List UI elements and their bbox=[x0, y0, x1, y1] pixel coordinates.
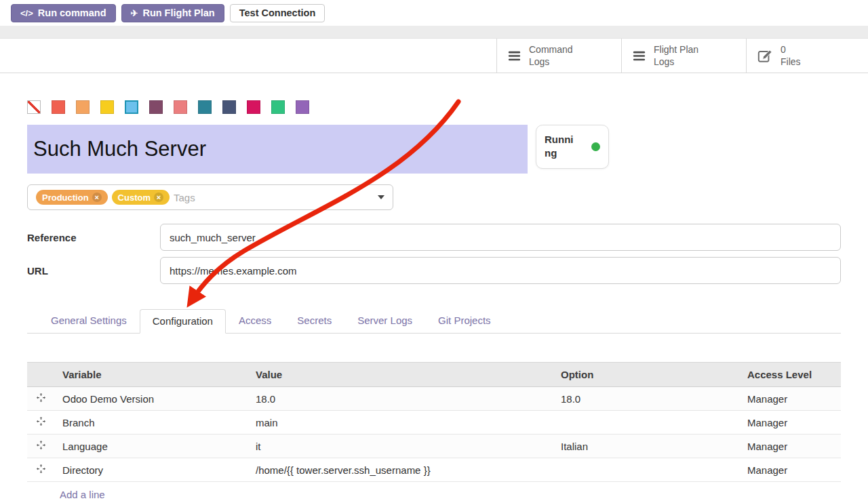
column-header-access-level: Access Level bbox=[739, 363, 841, 387]
color-swatch-cyan-selected[interactable] bbox=[125, 100, 138, 114]
cell-option[interactable]: Italian bbox=[553, 435, 739, 458]
table-row[interactable]: Odoo Demo Version 18.0 18.0 Manager bbox=[27, 387, 841, 411]
drag-handle-icon[interactable] bbox=[27, 458, 54, 482]
server-name-field[interactable]: Such Much Server bbox=[27, 125, 528, 174]
reference-label: Reference bbox=[27, 232, 160, 243]
run-command-label: Run command bbox=[38, 7, 106, 18]
run-command-button[interactable]: </> Run command bbox=[11, 4, 116, 22]
cell-option[interactable]: 18.0 bbox=[553, 387, 739, 411]
code-icon: </> bbox=[20, 8, 33, 18]
table-row[interactable]: Directory /home/{{ tower.server.ssh_user… bbox=[27, 458, 841, 482]
color-swatch-navy[interactable] bbox=[222, 100, 236, 114]
color-swatch-none[interactable] bbox=[27, 100, 41, 114]
cell-option[interactable] bbox=[553, 411, 739, 435]
notebook-tabs: General Settings Configuration Access Se… bbox=[27, 308, 841, 334]
smart-button-row: Command Logs Flight Plan Logs 0 Files bbox=[0, 39, 868, 73]
status-dot-icon bbox=[591, 142, 600, 151]
tab-server-logs[interactable]: Server Logs bbox=[344, 308, 425, 333]
color-swatch-salmon[interactable] bbox=[174, 100, 187, 114]
list-icon bbox=[507, 48, 522, 64]
tags-placeholder: Tags bbox=[174, 192, 195, 203]
dropdown-caret-icon[interactable] bbox=[378, 195, 384, 199]
cell-variable[interactable]: Language bbox=[54, 435, 248, 458]
flight-plan-logs-button[interactable]: Flight Plan Logs bbox=[621, 39, 746, 73]
cell-option[interactable] bbox=[553, 458, 739, 482]
cell-access[interactable]: Manager bbox=[739, 387, 841, 411]
tab-access[interactable]: Access bbox=[226, 308, 284, 333]
column-header-value: Value bbox=[248, 363, 553, 387]
list-icon bbox=[631, 48, 647, 64]
status-label: Running bbox=[545, 133, 574, 161]
tab-configuration[interactable]: Configuration bbox=[140, 309, 226, 334]
tag-production[interactable]: Production × bbox=[36, 190, 108, 205]
plane-icon: ✈ bbox=[131, 8, 138, 18]
test-connection-button[interactable]: Test Connection bbox=[230, 4, 326, 22]
cell-value[interactable]: 18.0 bbox=[248, 387, 553, 411]
cell-access[interactable]: Manager bbox=[739, 458, 841, 482]
color-swatch-magenta[interactable] bbox=[247, 100, 260, 114]
tab-git-projects[interactable]: Git Projects bbox=[425, 308, 504, 333]
edit-icon bbox=[756, 47, 774, 64]
cell-value[interactable]: main bbox=[248, 411, 553, 435]
status-indicator[interactable]: Running bbox=[536, 125, 609, 169]
cell-access[interactable]: Manager bbox=[739, 411, 841, 435]
files-button[interactable]: 0 Files bbox=[746, 39, 868, 73]
color-swatch-teal[interactable] bbox=[198, 100, 212, 114]
command-logs-button[interactable]: Command Logs bbox=[496, 39, 621, 73]
command-logs-label: Command Logs bbox=[529, 43, 573, 68]
remove-tag-icon[interactable]: × bbox=[154, 193, 163, 202]
action-bar: </> Run command ✈ Run Flight Plan Test C… bbox=[0, 0, 868, 26]
color-swatch-purple[interactable] bbox=[296, 100, 309, 114]
tab-general-settings[interactable]: General Settings bbox=[38, 308, 140, 333]
table-row[interactable]: Branch main Manager bbox=[27, 411, 841, 435]
tags-input[interactable]: Production × Custom × Tags bbox=[27, 184, 393, 210]
variables-table: Variable Value Option Access Level Odoo … bbox=[27, 362, 841, 482]
drag-handle-icon[interactable] bbox=[27, 435, 54, 458]
column-header-option: Option bbox=[553, 363, 739, 387]
window-separator bbox=[0, 26, 868, 39]
reference-input[interactable] bbox=[160, 224, 841, 251]
drag-handle-icon[interactable] bbox=[27, 387, 54, 411]
server-form: Such Much Server Running Production × Cu… bbox=[0, 100, 868, 503]
cell-variable[interactable]: Branch bbox=[54, 411, 248, 435]
table-header-row: Variable Value Option Access Level bbox=[27, 363, 841, 387]
run-flight-plan-label: Run Flight Plan bbox=[142, 7, 214, 18]
tab-secrets[interactable]: Secrets bbox=[284, 308, 344, 333]
test-connection-label: Test Connection bbox=[239, 7, 316, 18]
url-input[interactable] bbox=[160, 257, 841, 284]
color-swatch-green[interactable] bbox=[271, 100, 285, 114]
color-swatch-red[interactable] bbox=[52, 100, 65, 114]
flight-plan-logs-label: Flight Plan Logs bbox=[654, 43, 698, 68]
cell-variable[interactable]: Directory bbox=[54, 458, 248, 482]
drag-handle-icon[interactable] bbox=[27, 411, 54, 435]
column-header-variable: Variable bbox=[54, 363, 248, 387]
tag-production-label: Production bbox=[42, 193, 89, 203]
handle-column-header bbox=[27, 363, 54, 387]
color-swatch-dark-purple[interactable] bbox=[149, 100, 163, 114]
run-flight-plan-button[interactable]: ✈ Run Flight Plan bbox=[121, 4, 224, 22]
url-label: URL bbox=[27, 265, 160, 277]
cell-variable[interactable]: Odoo Demo Version bbox=[54, 387, 248, 411]
server-name-text: Such Much Server bbox=[33, 137, 206, 161]
table-row[interactable]: Language it Italian Manager bbox=[27, 435, 841, 458]
tag-custom[interactable]: Custom × bbox=[112, 190, 170, 205]
cell-value[interactable]: /home/{{ tower.server.ssh_username }} bbox=[248, 458, 553, 482]
tag-custom-label: Custom bbox=[118, 193, 151, 203]
cell-value[interactable]: it bbox=[248, 435, 553, 458]
files-label: 0 Files bbox=[781, 43, 801, 68]
cell-access[interactable]: Manager bbox=[739, 435, 841, 458]
color-swatch-yellow[interactable] bbox=[100, 100, 114, 114]
color-picker bbox=[27, 100, 841, 114]
remove-tag-icon[interactable]: × bbox=[92, 193, 102, 202]
color-swatch-orange[interactable] bbox=[76, 100, 90, 114]
add-a-line-link[interactable]: Add a line bbox=[60, 489, 105, 500]
